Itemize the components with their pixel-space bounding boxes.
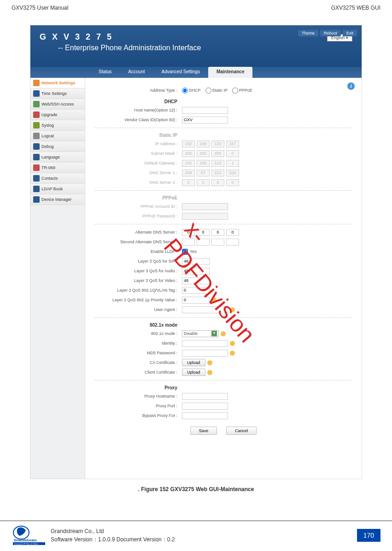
vlan-pri-input[interactable]	[182, 297, 210, 304]
hostname-label: Host name(Option 12) :	[94, 108, 182, 112]
ip-octet-input	[226, 170, 239, 176]
info-icon[interactable]: i	[347, 82, 355, 90]
proxy-host-input[interactable]	[182, 393, 228, 400]
subnet-label: Subnet Mask :	[94, 151, 182, 156]
content-area: i x-PDFDivision Address Type : DHCP Stat…	[85, 78, 362, 479]
help-icon[interactable]	[211, 298, 216, 303]
qos-video-input[interactable]	[182, 277, 210, 284]
sidebar-item-1[interactable]: Time Settings	[30, 88, 85, 99]
ip-octet-input	[182, 160, 195, 167]
client-upload-button[interactable]: Upload	[182, 369, 205, 376]
save-button[interactable]: Save	[190, 427, 217, 435]
ip-octet-input[interactable]	[197, 229, 210, 236]
ip-octet-input	[197, 150, 210, 157]
sidebar-item-9[interactable]: Contacts	[30, 173, 85, 184]
altdns-label: Alternate DNS Server :	[94, 230, 182, 234]
tab-status[interactable]: Status	[90, 67, 120, 78]
footer-logo: Grandstream Innovative IP Voice & Video	[12, 525, 46, 545]
section-proxy: Proxy	[94, 385, 182, 390]
ip-octet-input	[211, 150, 224, 157]
vendor-input[interactable]	[182, 117, 228, 123]
cancel-button[interactable]: Cancel	[226, 427, 257, 435]
sidebar-item-11[interactable]: Device Manager	[30, 194, 85, 205]
help-icon[interactable]	[207, 360, 212, 365]
ip-octet-input	[226, 160, 239, 167]
section-static: Static IP	[94, 133, 182, 138]
section-pppoe: PPPoE	[94, 195, 182, 200]
ip-octet-input	[182, 170, 195, 176]
8021x-mode-select[interactable]: Disable▾	[182, 330, 219, 337]
user-agent-input[interactable]	[182, 306, 228, 313]
help-icon[interactable]	[230, 341, 235, 346]
help-icon[interactable]	[230, 307, 235, 312]
gui-header: Theme Reboot Exit English ▾ G X V 3 2 7 …	[30, 25, 362, 67]
sidebar-item-6[interactable]: Debug	[30, 141, 85, 152]
ip-octet-input[interactable]	[182, 229, 195, 236]
footer-company: Grandstream Co., Ltd	[51, 527, 175, 535]
sidebar-item-3[interactable]: Upgrade	[30, 110, 85, 120]
tab-maintenance[interactable]: Maintenance	[208, 67, 253, 78]
user-agent-label: User-Agent :	[94, 307, 182, 312]
radio-pppoe[interactable]	[232, 88, 238, 94]
sidebar-item-label: Web/SSH Access	[41, 102, 74, 106]
header-right: GXV3275 WEB GUI	[331, 5, 380, 11]
sidebar-item-label: TR-069	[41, 165, 55, 170]
lldp-checkbox[interactable]	[182, 249, 188, 255]
radio-static[interactable]	[205, 88, 211, 94]
sidebar-item-8[interactable]: TR-069	[30, 163, 85, 173]
sidebar-item-label: Logcat	[41, 134, 54, 138]
sidebar-item-10[interactable]: LDAP Book	[30, 184, 85, 194]
address-type-radios[interactable]: DHCP Static IP PPPoE	[182, 88, 352, 94]
help-icon[interactable]	[221, 331, 226, 336]
exit-button[interactable]: Exit	[343, 30, 357, 36]
ip-octet-input[interactable]	[211, 229, 224, 236]
hostname-input[interactable]	[182, 107, 228, 114]
8021x-mode-label: 802.1x mode :	[94, 331, 182, 336]
bypass-label: Bypass Proxy For :	[94, 413, 182, 418]
ip-octet-input	[226, 150, 239, 157]
ip-octet-input[interactable]	[211, 239, 224, 246]
vlan-tag-label: Layer 2 QoS 802.1Q/VLAN Tag :	[94, 288, 182, 293]
ip-octet-input	[211, 170, 224, 176]
proxy-port-input[interactable]	[182, 403, 228, 410]
ip-octet-input	[211, 141, 224, 147]
address-type-label: Address Type :	[94, 88, 182, 93]
pppoe-acc-label: PPPoE Account ID :	[94, 204, 182, 209]
help-icon[interactable]	[230, 351, 235, 356]
ip-octet-input[interactable]	[197, 239, 210, 246]
sidebar-item-7[interactable]: Language	[30, 152, 85, 163]
qos-audio-input[interactable]	[182, 268, 210, 275]
nav-tabs: Status Account Advanced Settings Mainten…	[30, 67, 362, 78]
theme-button[interactable]: Theme	[298, 30, 318, 36]
ip-octet-input	[211, 179, 224, 186]
pppoe-acc-input	[182, 203, 228, 210]
md5-input[interactable]	[182, 350, 228, 357]
qos-sip-input[interactable]	[182, 258, 210, 265]
section-dhcp: DHCP	[94, 99, 182, 104]
radio-dhcp[interactable]	[182, 88, 188, 94]
bypass-input[interactable]	[182, 412, 228, 419]
identity-input[interactable]	[182, 340, 228, 347]
page-footer: Grandstream Innovative IP Voice & Video …	[0, 521, 392, 545]
ip-octet-input	[197, 141, 210, 147]
sidebar-icon	[33, 154, 40, 160]
ip-octet-input[interactable]	[182, 239, 195, 246]
reboot-button[interactable]: Reboot	[320, 30, 341, 36]
sidebar-item-2[interactable]: Web/SSH Access	[30, 99, 85, 110]
identity-label: Identity :	[94, 341, 182, 346]
help-icon[interactable]	[207, 370, 212, 375]
ip-octet-input[interactable]	[226, 229, 239, 236]
ca-upload-button[interactable]: Upload	[182, 359, 205, 366]
vlan-pri-label: Layer 2 QoS 802.1p Priority Value :	[94, 298, 182, 302]
sidebar-item-5[interactable]: Logcat	[30, 131, 85, 141]
sidebar-item-label: Contacts	[41, 176, 58, 181]
ip-octet-input[interactable]	[226, 239, 239, 246]
sidebar-icon	[33, 80, 40, 86]
tab-account[interactable]: Account	[120, 67, 153, 78]
svg-text:Innovative IP Voice & Video: Innovative IP Voice & Video	[14, 542, 38, 545]
tab-advanced[interactable]: Advanced Settings	[153, 67, 208, 78]
sidebar-item-4[interactable]: Syslog	[30, 120, 85, 131]
screenshot: Theme Reboot Exit English ▾ G X V 3 2 7 …	[30, 25, 362, 479]
vlan-tag-input[interactable]	[182, 287, 210, 294]
sidebar-item-0[interactable]: Network Settings	[30, 78, 85, 88]
